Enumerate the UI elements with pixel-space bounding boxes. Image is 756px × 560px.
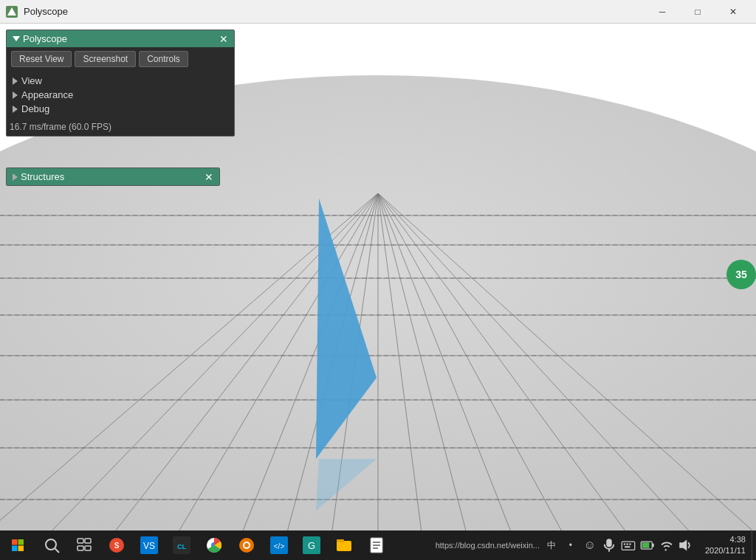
svg-rect-78 xyxy=(642,542,649,548)
expand-appearance-icon xyxy=(13,91,18,99)
svg-marker-80 xyxy=(679,540,687,551)
svg-rect-65 xyxy=(337,539,344,542)
systray-icon-1[interactable]: 中 xyxy=(544,538,559,553)
svg-rect-41 xyxy=(12,546,18,552)
window-title: Polyscope xyxy=(24,6,68,17)
structures-panel-title: Structures xyxy=(21,171,64,182)
systray-mic-icon[interactable] xyxy=(602,538,616,553)
chrome-icon xyxy=(205,536,223,554)
tree-item-view[interactable]: View xyxy=(13,74,228,88)
debug-label: Debug xyxy=(21,103,49,114)
reset-view-button[interactable]: Reset View xyxy=(11,51,72,67)
title-bar: Polyscope ─ □ ✕ xyxy=(0,0,756,24)
svg-rect-72 xyxy=(622,542,635,550)
notepad-icon xyxy=(368,536,385,554)
svg-text:CL: CL xyxy=(177,543,186,550)
systray-keyboard-icon[interactable] xyxy=(621,538,636,553)
appearance-label: Appearance xyxy=(21,89,73,100)
panel-toolbar: Reset View Screenshot Controls xyxy=(7,47,234,71)
polyscope-close-button[interactable]: ✕ xyxy=(219,34,228,44)
task-view-icon xyxy=(75,536,93,554)
window-controls: ─ □ ✕ xyxy=(645,0,750,24)
collapse-icon xyxy=(13,36,20,41)
polyscope-panel: Polyscope ✕ Reset View Screenshot Contro… xyxy=(6,30,235,136)
start-button[interactable] xyxy=(0,530,35,560)
vscode-icon: VS xyxy=(140,536,158,554)
windows-icon xyxy=(11,539,24,552)
svg-rect-47 xyxy=(78,546,83,550)
fps-display: 16.7 ms/frame (60.0 FPS) xyxy=(7,120,234,136)
gitkraken-icon: G xyxy=(303,536,320,554)
microphone-icon xyxy=(602,538,616,553)
minimize-button[interactable]: ─ xyxy=(645,0,679,24)
battery-icon xyxy=(640,538,655,553)
taskbar-chrome[interactable] xyxy=(198,530,230,560)
taskbar-blender[interactable] xyxy=(230,530,263,560)
tree-item-debug[interactable]: Debug xyxy=(13,102,228,116)
taskbar-explorer[interactable] xyxy=(328,530,360,560)
compass-value: 35 xyxy=(735,269,747,280)
keyboard-icon xyxy=(621,538,636,553)
svg-rect-40 xyxy=(18,539,24,545)
blender-icon xyxy=(238,536,255,554)
taskbar-notepad[interactable] xyxy=(360,530,393,560)
clock-time: 4:38 xyxy=(705,534,746,545)
vscode2-icon: </> xyxy=(270,536,288,554)
screenshot-button[interactable]: Screenshot xyxy=(75,51,136,67)
structures-expand-icon xyxy=(13,173,18,181)
view-label: View xyxy=(21,75,42,86)
systray-icon-3[interactable]: ☺ xyxy=(583,538,597,553)
taskbar-search[interactable] xyxy=(35,530,68,560)
app-icon xyxy=(6,6,18,18)
taskbar-vscode2[interactable]: </> xyxy=(263,530,295,560)
taskbar-gitkraken[interactable]: G xyxy=(295,530,328,560)
svg-marker-0 xyxy=(7,7,16,15)
systray-battery-icon[interactable] xyxy=(640,538,655,553)
svg-rect-79 xyxy=(652,544,654,547)
compass-indicator: 35 xyxy=(726,260,756,289)
systray-icon-2[interactable]: • xyxy=(563,538,578,553)
structures-close-button[interactable]: ✕ xyxy=(205,172,213,182)
taskbar-winamp[interactable]: S xyxy=(100,530,133,560)
tree-item-appearance[interactable]: Appearance xyxy=(13,88,228,102)
winamp-icon: S xyxy=(108,536,126,554)
system-tray: https://blog.csdn.net/weixin... 中 • ☺ xyxy=(430,538,699,553)
svg-rect-74 xyxy=(626,544,628,545)
structures-panel-header[interactable]: Structures ✕ xyxy=(7,168,219,185)
svg-text:S: S xyxy=(114,542,120,550)
svg-text:G: G xyxy=(308,540,315,551)
wifi-icon xyxy=(659,538,674,553)
svg-rect-73 xyxy=(624,544,626,545)
systray-wifi-icon[interactable] xyxy=(659,538,674,553)
svg-point-59 xyxy=(244,543,249,547)
speaker-icon xyxy=(678,538,693,553)
polyscope-header-left: Polyscope xyxy=(13,33,67,44)
svg-rect-42 xyxy=(18,546,24,552)
expand-view-icon xyxy=(13,77,18,85)
maximize-button[interactable]: □ xyxy=(681,0,715,24)
svg-rect-70 xyxy=(606,539,612,547)
systray-speaker-icon[interactable] xyxy=(678,538,693,553)
clion-icon: CL xyxy=(173,536,190,554)
structures-panel: Structures ✕ xyxy=(6,167,220,186)
panel-tree: View Appearance Debug xyxy=(7,71,234,120)
svg-text:</>: </> xyxy=(274,542,285,550)
taskbar-clock[interactable]: 4:38 2020/11/11 xyxy=(699,534,752,557)
structures-header-left: Structures xyxy=(13,171,64,182)
controls-button[interactable]: Controls xyxy=(139,51,188,67)
svg-rect-45 xyxy=(78,539,83,543)
show-desktop-button[interactable] xyxy=(752,530,756,560)
clock-date: 2020/11/11 xyxy=(705,545,746,556)
svg-text:VS: VS xyxy=(143,541,155,551)
close-button[interactable]: ✕ xyxy=(716,0,750,24)
taskbar-clion[interactable]: CL xyxy=(165,530,198,560)
svg-rect-48 xyxy=(85,546,91,550)
taskbar-task-view[interactable] xyxy=(68,530,100,560)
expand-debug-icon xyxy=(13,106,18,113)
svg-rect-39 xyxy=(12,539,18,545)
url-text: https://blog.csdn.net/weixin... xyxy=(436,541,540,550)
polyscope-panel-header[interactable]: Polyscope ✕ xyxy=(7,30,234,47)
polyscope-panel-title: Polyscope xyxy=(23,33,67,44)
taskbar-vscode[interactable]: VS xyxy=(133,530,165,560)
taskbar: S VS CL xyxy=(0,530,756,560)
